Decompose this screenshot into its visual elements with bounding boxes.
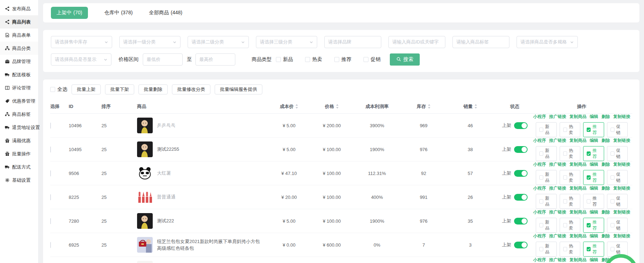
unchecked-checkbox[interactable] bbox=[539, 175, 543, 180]
checked-checkbox[interactable] bbox=[587, 128, 591, 132]
action-link-1[interactable]: 推广链接 bbox=[549, 138, 566, 144]
unchecked-checkbox[interactable] bbox=[539, 199, 543, 203]
filter-input-6[interactable]: 请输入商品标签 bbox=[452, 36, 509, 48]
tab-2[interactable]: 全部商品(448) bbox=[149, 10, 183, 16]
select-all-box[interactable] bbox=[50, 87, 55, 92]
unchecked-checkbox[interactable] bbox=[539, 128, 543, 132]
tag-badge-2[interactable]: 推荐 bbox=[583, 218, 604, 233]
action-link-2[interactable]: 复制商品 bbox=[570, 185, 587, 191]
unchecked-checkbox[interactable] bbox=[563, 128, 567, 132]
row-checkbox[interactable] bbox=[50, 218, 51, 224]
tag-badge-0[interactable]: 新品 bbox=[536, 194, 557, 209]
tag-badge-2[interactable]: 推荐 bbox=[583, 146, 604, 161]
sort-caret-icon[interactable] bbox=[295, 104, 298, 109]
tab-1[interactable]: 仓库中(378) bbox=[104, 10, 133, 16]
status-toggle[interactable] bbox=[514, 146, 528, 153]
filter-select-1[interactable]: 请选择一级分类 bbox=[119, 36, 180, 48]
unchecked-checkbox[interactable] bbox=[587, 199, 591, 203]
column-header-5[interactable]: 价格 bbox=[310, 103, 354, 110]
status-toggle[interactable] bbox=[514, 194, 528, 201]
action-link-2[interactable]: 复制商品 bbox=[570, 257, 587, 263]
checked-checkbox[interactable] bbox=[587, 175, 591, 180]
action-link-3[interactable]: 编辑 bbox=[590, 233, 598, 239]
unchecked-checkbox[interactable] bbox=[611, 128, 614, 132]
batch-button-3[interactable]: 批量修改分类 bbox=[172, 84, 210, 94]
checked-checkbox[interactable] bbox=[587, 223, 591, 227]
action-link-5[interactable]: 复制链接 bbox=[613, 161, 630, 167]
sidebar-item-12[interactable]: 配送方式 bbox=[0, 160, 38, 174]
action-link-2[interactable]: 复制商品 bbox=[570, 233, 587, 239]
tag-badge-1[interactable]: 热卖 bbox=[560, 218, 581, 233]
action-link-4[interactable]: 删除 bbox=[602, 114, 610, 120]
filter-select-7[interactable]: 请选择商品是否多规格 bbox=[517, 36, 578, 48]
unchecked-checkbox[interactable] bbox=[563, 151, 567, 156]
status-toggle[interactable] bbox=[514, 242, 528, 248]
tag-badge-0[interactable]: 新品 bbox=[536, 218, 557, 233]
status-toggle[interactable] bbox=[514, 122, 528, 129]
action-link-3[interactable]: 编辑 bbox=[590, 257, 598, 263]
sidebar-item-1[interactable]: 商品列表 bbox=[0, 15, 38, 29]
sidebar-item-9[interactable]: 退货地址设置 bbox=[0, 121, 38, 134]
tag-badge-0[interactable]: 新品 bbox=[536, 242, 557, 257]
batch-button-0[interactable]: 批量上架 bbox=[72, 84, 101, 94]
tag-badge-2[interactable]: 推荐 bbox=[583, 122, 604, 137]
filter-input-5[interactable]: 请输入商品ID或关键字 bbox=[388, 36, 445, 48]
sidebar-item-3[interactable]: 商品分类 bbox=[0, 42, 38, 55]
tag-badge-3[interactable]: 促销 bbox=[607, 218, 628, 233]
action-link-4[interactable]: 删除 bbox=[602, 161, 610, 167]
batch-button-1[interactable]: 批量下架 bbox=[105, 84, 134, 94]
action-link-2[interactable]: 复制商品 bbox=[570, 161, 587, 167]
action-link-1[interactable]: 推广链接 bbox=[549, 185, 566, 191]
tag-badge-1[interactable]: 热卖 bbox=[560, 170, 581, 185]
action-link-5[interactable]: 复制链接 bbox=[613, 185, 630, 191]
action-link-3[interactable]: 编辑 bbox=[590, 138, 598, 144]
unchecked-checkbox[interactable] bbox=[539, 151, 543, 156]
action-link-3[interactable]: 编辑 bbox=[590, 185, 598, 191]
column-header-8[interactable]: 销量 bbox=[447, 103, 494, 110]
unchecked-checkbox[interactable] bbox=[563, 175, 567, 180]
display-filter-select[interactable]: 请选择商品是否显示 bbox=[51, 53, 111, 66]
action-link-0[interactable]: 小程序 bbox=[533, 138, 546, 144]
type-checkbox-2[interactable]: 推荐 bbox=[334, 56, 351, 63]
checkbox-box[interactable] bbox=[305, 57, 310, 62]
checked-checkbox[interactable] bbox=[587, 247, 591, 251]
sidebar-item-5[interactable]: 配送模板 bbox=[0, 68, 38, 81]
type-checkbox-3[interactable]: 促销 bbox=[363, 56, 381, 63]
action-link-4[interactable]: 删除 bbox=[602, 233, 610, 239]
tag-badge-3[interactable]: 促销 bbox=[607, 170, 628, 185]
unchecked-checkbox[interactable] bbox=[563, 223, 567, 227]
unchecked-checkbox[interactable] bbox=[611, 247, 614, 251]
row-checkbox[interactable] bbox=[50, 242, 51, 248]
column-header-4[interactable]: 成本价 bbox=[268, 103, 310, 110]
tag-badge-0[interactable]: 新品 bbox=[536, 146, 557, 161]
action-link-1[interactable]: 推广链接 bbox=[549, 233, 566, 239]
checkbox-box[interactable] bbox=[276, 57, 281, 62]
action-link-2[interactable]: 复制商品 bbox=[570, 209, 587, 215]
tag-badge-0[interactable]: 新品 bbox=[536, 122, 557, 137]
sidebar-item-0[interactable]: 发布商品 bbox=[0, 2, 38, 15]
tag-badge-1[interactable]: 热卖 bbox=[560, 194, 581, 209]
action-link-2[interactable]: 复制商品 bbox=[570, 114, 587, 120]
action-link-0[interactable]: 小程序 bbox=[533, 209, 546, 215]
tag-badge-1[interactable]: 热卖 bbox=[560, 146, 581, 161]
row-checkbox[interactable] bbox=[50, 194, 51, 200]
action-link-3[interactable]: 编辑 bbox=[590, 209, 598, 215]
select-all-checkbox[interactable]: 全选 bbox=[50, 86, 67, 93]
action-link-4[interactable]: 删除 bbox=[602, 185, 610, 191]
sidebar-item-7[interactable]: 优惠券管理 bbox=[0, 94, 38, 108]
action-link-4[interactable]: 删除 bbox=[602, 138, 610, 144]
tag-badge-2[interactable]: 推荐 bbox=[583, 242, 604, 257]
unchecked-checkbox[interactable] bbox=[611, 151, 614, 156]
sidebar-item-11[interactable]: 批量操作 bbox=[0, 147, 38, 160]
unchecked-checkbox[interactable] bbox=[539, 223, 543, 227]
search-button[interactable]: 搜索 bbox=[390, 53, 420, 66]
filter-select-3[interactable]: 请选择三级分类 bbox=[256, 36, 317, 48]
unchecked-checkbox[interactable] bbox=[611, 175, 614, 180]
action-link-0[interactable]: 小程序 bbox=[533, 161, 546, 167]
checked-checkbox[interactable] bbox=[587, 151, 591, 156]
action-link-5[interactable]: 复制链接 bbox=[613, 114, 630, 120]
action-link-0[interactable]: 小程序 bbox=[533, 114, 546, 120]
batch-button-2[interactable]: 批量删除 bbox=[138, 84, 168, 94]
checkbox-box[interactable] bbox=[334, 57, 339, 62]
action-link-1[interactable]: 推广链接 bbox=[549, 209, 566, 215]
